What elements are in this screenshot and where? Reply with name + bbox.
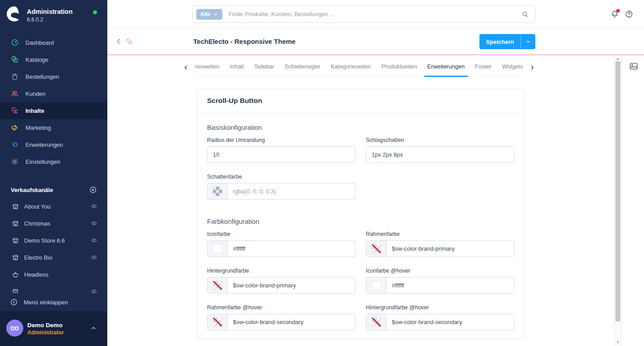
sales-channel-headless[interactable]: Headless	[0, 266, 107, 283]
card-header: Scroll-Up Button	[197, 89, 524, 112]
color-swatch-white	[372, 281, 381, 290]
sidebar-item-marketing[interactable]: Marketing	[0, 119, 107, 136]
field-schattenfarbe: Schattenfarbergba(0, 0, 0, 0.3)	[207, 174, 356, 200]
eye-icon[interactable]	[90, 220, 97, 227]
add-sales-channel-icon[interactable]	[89, 186, 97, 194]
eye-icon[interactable]	[90, 203, 97, 210]
app-title: Administration	[27, 8, 72, 15]
tab-erweiterungen[interactable]: Erweiterungen	[427, 63, 465, 76]
card-section: BasiskonfigurationRadius der Umrandung10…	[207, 124, 514, 200]
content-icon	[11, 107, 19, 115]
topbar-icons	[610, 10, 633, 18]
sales-channel-christmas[interactable]: Christmas	[0, 215, 107, 232]
sales-channel-demo-store-66[interactable]: Demo Store 6.6	[0, 232, 107, 249]
sidebar-item-erweiterungen[interactable]: Erweiterungen	[0, 136, 107, 153]
sidebar-item-einstellungen[interactable]: Einstellungen	[0, 153, 107, 170]
eye-icon[interactable]	[90, 237, 97, 244]
field-rahmenfarbe-hover: Rahmenfarbe @hover$sw-color-brand-second…	[207, 304, 356, 330]
tab-widgets[interactable]: Widgets	[502, 63, 523, 76]
field-schlagschatten: Schlagschatten1px 2px 6px	[366, 137, 514, 163]
color-swatch-box	[208, 314, 228, 330]
page-title: TechElecto - Responsive Theme	[193, 28, 296, 55]
extensions-icon	[11, 141, 19, 149]
sales-channel-about-you[interactable]: About You	[0, 198, 107, 215]
dashboard-icon	[11, 38, 19, 47]
hintergrundfarbe-input[interactable]: $sw-color-brand-primary	[207, 277, 356, 294]
input-value: rgba(0, 0, 0, 0.3)	[233, 188, 276, 195]
iconfarbe-input[interactable]: #ffffff	[207, 240, 356, 257]
sidebar-item-label: Einstellungen	[25, 158, 60, 165]
sales-channels-list: About YouChristmasDemo Store 6.6Electro …	[0, 198, 107, 293]
color-swatch-invalid	[213, 281, 222, 290]
search-scope-dropdown[interactable]: Alle	[196, 9, 222, 20]
iconfarbe-hover-input[interactable]: #ffffff	[366, 277, 514, 294]
field-label: Rahmenfarbe @hover	[207, 304, 356, 311]
sidebar-item-bestellungen[interactable]: Bestellungen	[0, 68, 107, 85]
media-panel-icon[interactable]	[629, 61, 639, 71]
collapse-menu-button[interactable]: Menü einklappen	[0, 293, 107, 311]
sales-channel-label: About You	[24, 203, 51, 210]
scrollbar-down-arrow[interactable]: ▼	[614, 340, 621, 345]
sidebar-item-inhalte[interactable]: Inhalte	[0, 102, 107, 119]
field-radius-der-umrandung: Radius der Umrandung10	[207, 137, 356, 163]
storefront-icon	[12, 254, 19, 261]
field-label: Hintergrundfarbe	[207, 268, 356, 274]
rahmenfarbe-hover-input[interactable]: $sw-color-brand-secondary	[207, 314, 356, 330]
hintergrundfarbe-hover-input[interactable]: $sw-color-brand-secondary	[366, 314, 514, 330]
tab-produktseiten[interactable]: Produktseiten	[381, 63, 417, 76]
tab-inhalt[interactable]: Inhalt	[230, 63, 244, 76]
orders-icon	[11, 73, 19, 81]
search-input[interactable]	[229, 11, 517, 17]
radius-der-umrandung-input[interactable]: 10	[207, 146, 356, 163]
color-swatch-box	[208, 184, 228, 199]
color-swatch-box	[366, 314, 386, 330]
save-context-button[interactable]	[521, 34, 535, 49]
tabs-scroll-right-icon[interactable]	[530, 64, 536, 71]
input-value: $sw-color-brand-secondary	[233, 319, 304, 325]
sidebar-item-label: Dashboard	[25, 39, 54, 46]
tab-kategorieseiten[interactable]: Kategorieseiten	[330, 63, 371, 76]
schattenfarbe-input[interactable]: rgba(0, 0, 0, 0.3)	[207, 183, 356, 200]
color-swatch-invalid	[213, 317, 222, 327]
sidebar-item-kataloge[interactable]: Kataloge	[0, 51, 107, 68]
tab-niswelten[interactable]: niswelten	[195, 63, 219, 76]
help-icon[interactable]	[625, 10, 633, 18]
bell-icon[interactable]	[610, 10, 619, 18]
tab-schieberegler[interactable]: Schieberegler	[284, 63, 320, 76]
eye-icon[interactable]	[90, 254, 97, 261]
eye-icon[interactable]	[90, 288, 97, 293]
tabs-scroll-left-icon[interactable]	[182, 64, 189, 71]
storefront-icon	[12, 288, 19, 294]
tab-footer[interactable]: Footer	[475, 63, 492, 76]
color-swatch-box	[208, 241, 228, 256]
avatar: DD	[6, 320, 23, 337]
save-button[interactable]: Speichern	[479, 34, 521, 49]
back-chevron-icon[interactable]	[115, 38, 123, 45]
sales-channel-clipped-channel[interactable]	[0, 283, 107, 293]
sidebar: Administration 6.6.0.2 DashboardKataloge…	[0, 0, 107, 346]
sidebar-header: Administration 6.6.0.2	[0, 0, 107, 34]
tab-sidebar[interactable]: Sidebar	[254, 63, 274, 76]
rahmenfarbe-input[interactable]: $sw-color-brand-primary	[366, 240, 514, 257]
field-grid: Radius der Umrandung10Schlagschatten1px …	[207, 137, 514, 200]
chevron-down-icon	[213, 12, 218, 17]
color-swatch-transparent-checker	[213, 187, 222, 196]
input-value: $sw-color-brand-secondary	[392, 319, 462, 325]
sidebar-item-label: Kunden	[25, 90, 46, 97]
sidebar-item-kunden[interactable]: Kunden	[0, 85, 107, 102]
app-version: 6.6.0.2	[27, 17, 43, 23]
card-body: BasiskonfigurationRadius der Umrandung10…	[197, 112, 524, 339]
user-menu[interactable]: DD Demo Demo Administrator	[0, 311, 107, 346]
schlagschatten-input[interactable]: 1px 2px 6px	[366, 146, 514, 163]
scrollbar-thumb[interactable]	[615, 61, 620, 321]
field-hintergrundfarbe-hover: Hintergrundfarbe @hover$sw-color-brand-s…	[366, 304, 514, 330]
input-value: 1px 2px 6px	[372, 151, 403, 158]
scroll-up-button-card: Scroll-Up Button BasiskonfigurationRadiu…	[197, 89, 525, 339]
field-label: Radius der Umrandung	[207, 137, 356, 143]
sales-channel-electro-bio[interactable]: Electro Bio	[0, 249, 107, 266]
notification-dot	[616, 9, 620, 13]
sidebar-item-label: Kataloge	[25, 56, 48, 63]
scrollbar-up-arrow[interactable]: ▲	[614, 57, 621, 61]
field-label: Iconfarbe	[207, 231, 356, 237]
sidebar-item-dashboard[interactable]: Dashboard	[0, 34, 107, 51]
